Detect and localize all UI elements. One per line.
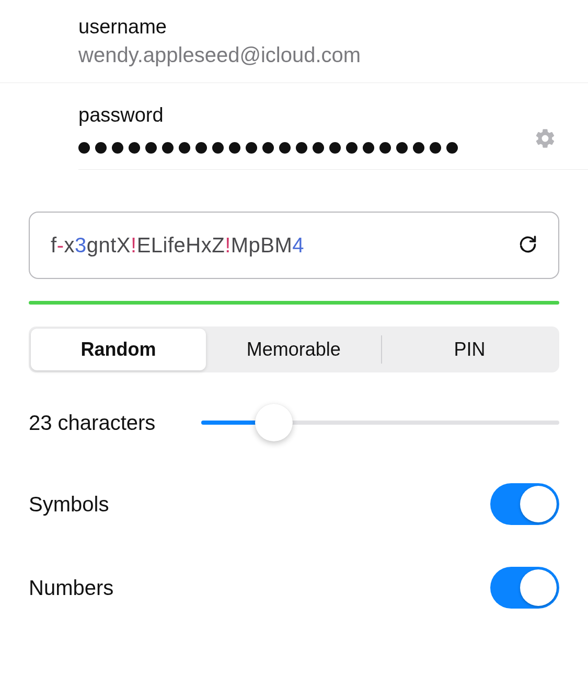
password-strength-bar <box>29 301 559 305</box>
generated-password-box[interactable]: f-x3gntX!ELifeHxZ!MpBM4 <box>29 212 559 279</box>
numbers-label: Numbers <box>29 576 113 600</box>
tab-random[interactable]: Random <box>31 329 206 370</box>
tab-memorable[interactable]: Memorable <box>206 339 381 360</box>
password-row: password <box>78 83 588 170</box>
password-type-segmented: Random Memorable PIN <box>29 326 559 372</box>
symbols-toggle[interactable] <box>490 483 559 525</box>
password-generator: f-x3gntX!ELifeHxZ!MpBM4 Random Memorable… <box>0 170 588 609</box>
slider-thumb[interactable] <box>255 404 293 441</box>
username-row: username wendy.appleseed@icloud.com <box>0 0 588 83</box>
gear-icon[interactable] <box>534 127 557 152</box>
numbers-row: Numbers <box>29 567 559 609</box>
numbers-toggle[interactable] <box>490 567 559 609</box>
length-label: 23 characters <box>29 411 180 435</box>
username-value[interactable]: wendy.appleseed@icloud.com <box>78 43 567 67</box>
length-slider[interactable] <box>201 404 559 441</box>
refresh-icon[interactable] <box>518 235 537 256</box>
length-row: 23 characters <box>29 404 559 441</box>
password-masked[interactable] <box>78 142 458 154</box>
username-label: username <box>78 16 567 38</box>
generated-password-text: f-x3gntX!ELifeHxZ!MpBM4 <box>51 234 304 257</box>
symbols-row: Symbols <box>29 483 559 525</box>
tab-pin[interactable]: PIN <box>382 339 557 360</box>
symbols-label: Symbols <box>29 493 109 516</box>
password-label: password <box>78 104 458 126</box>
